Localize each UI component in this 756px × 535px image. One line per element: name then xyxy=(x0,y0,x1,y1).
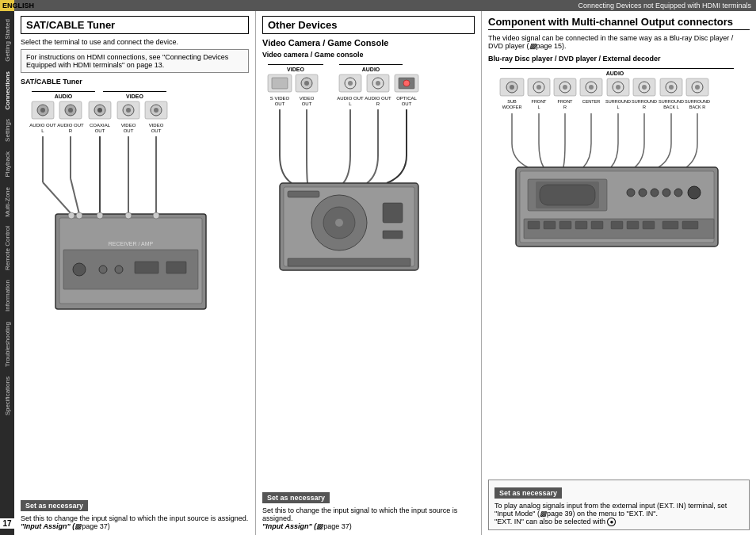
svg-text:WOOFER: WOOFER xyxy=(502,105,522,109)
svg-text:AUDIO OUT: AUDIO OUT xyxy=(29,123,56,128)
svg-text:OPTICAL: OPTICAL xyxy=(396,96,417,101)
svg-point-107 xyxy=(563,85,567,90)
svg-text:RECEIVER / AMP: RECEIVER / AMP xyxy=(109,241,154,246)
sidebar-item-specifications[interactable]: Specifications xyxy=(3,372,12,420)
svg-point-6 xyxy=(40,108,45,113)
sidebar-nav: Getting Started Connections Settings Pla… xyxy=(0,14,14,420)
svg-text:COAXIAL: COAXIAL xyxy=(90,123,111,128)
svg-point-112 xyxy=(589,85,594,90)
component-diagram-label: Blu-ray Disc player / DVD player / Exter… xyxy=(488,55,750,63)
sat-info-text: For instructions on HDMI connections, se… xyxy=(26,53,228,69)
svg-text:SUB: SUB xyxy=(507,99,517,104)
svg-rect-159 xyxy=(611,221,623,229)
svg-text:S VIDEO: S VIDEO xyxy=(269,96,289,101)
svg-text:AUDIO: AUDIO xyxy=(361,67,380,72)
svg-text:BACK R: BACK R xyxy=(689,105,706,109)
col-sat-cable: SAT/CABLE Tuner Select the terminal to u… xyxy=(14,11,256,535)
svg-text:FRONT: FRONT xyxy=(558,99,574,104)
svg-point-76 xyxy=(403,80,410,86)
svg-text:OUT: OUT xyxy=(151,128,162,133)
svg-text:VIDEO: VIDEO xyxy=(299,96,314,101)
svg-text:VIDEO: VIDEO xyxy=(149,123,164,128)
svg-point-102 xyxy=(536,85,541,90)
svg-point-131 xyxy=(695,85,700,90)
other-devices-title: Other Devices xyxy=(262,16,475,34)
svg-point-43 xyxy=(115,266,123,273)
svg-rect-90 xyxy=(383,203,403,223)
mid-set-necessary: Set as necessary Set this to change the … xyxy=(262,489,475,530)
sidebar-item-information[interactable]: Information xyxy=(3,275,12,316)
svg-point-41 xyxy=(73,263,86,276)
sidebar-item-remote[interactable]: Remote Control xyxy=(3,221,12,275)
svg-line-30 xyxy=(43,182,71,214)
sat-diagram-area: AUDIO VIDEO AUDIO OUT L AUDIO OUT R xyxy=(21,87,249,494)
svg-text:AUDIO OUT: AUDIO OUT xyxy=(365,96,391,101)
svg-point-50 xyxy=(153,212,159,219)
mid-set-label: Set as necessary xyxy=(262,492,330,503)
svg-point-147 xyxy=(627,189,635,197)
svg-rect-162 xyxy=(662,221,678,229)
svg-text:R: R xyxy=(563,105,567,109)
svg-point-116 xyxy=(616,85,620,90)
component-note: The video signal can be connected in the… xyxy=(488,34,750,50)
svg-text:BACK L: BACK L xyxy=(663,105,679,109)
svg-point-47 xyxy=(76,212,82,219)
svg-text:R: R xyxy=(376,101,380,106)
component-diagram: AUDIO SUB WOOFER FRONT L xyxy=(488,64,750,476)
svg-text:VIDEO: VIDEO xyxy=(121,123,136,128)
sidebar-item-getting-started[interactable]: Getting Started xyxy=(3,14,12,67)
svg-rect-156 xyxy=(559,221,571,229)
vid-cam-diagram-label: Video camera / Game console xyxy=(262,51,475,59)
svg-text:OUT: OUT xyxy=(274,101,284,106)
svg-point-151 xyxy=(674,189,682,197)
sidebar-item-settings[interactable]: Settings xyxy=(3,114,12,147)
svg-text:AUDIO OUT: AUDIO OUT xyxy=(337,96,364,101)
svg-rect-44 xyxy=(135,262,158,273)
svg-text:SURROUND: SURROUND xyxy=(659,99,684,104)
svg-text:R: R xyxy=(69,128,73,133)
svg-point-150 xyxy=(662,189,670,197)
svg-rect-146 xyxy=(540,185,595,205)
svg-rect-158 xyxy=(591,221,603,229)
vid-cam-diagram: VIDEO AUDIO S VIDEO OUT VIDEO OUT xyxy=(262,60,475,486)
svg-rect-155 xyxy=(544,221,556,229)
svg-point-148 xyxy=(639,189,647,197)
sat-diagram-title: SAT/CABLE Tuner xyxy=(21,78,249,86)
svg-text:L: L xyxy=(617,105,619,109)
sidebar: ENGLISH Getting Started Connections Sett… xyxy=(0,0,14,535)
svg-point-46 xyxy=(68,212,74,219)
svg-rect-51 xyxy=(268,64,323,65)
svg-text:AUDIO: AUDIO xyxy=(55,94,73,99)
sat-diagram-svg: AUDIO VIDEO AUDIO OUT L AUDIO OUT R xyxy=(24,87,246,325)
svg-point-49 xyxy=(125,212,132,219)
svg-text:VIDEO: VIDEO xyxy=(287,67,304,72)
svg-text:SURROUND: SURROUND xyxy=(605,99,631,104)
svg-text:R: R xyxy=(643,105,646,109)
svg-rect-0 xyxy=(32,91,95,92)
svg-point-16 xyxy=(97,108,102,113)
sidebar-item-playback[interactable]: Playback xyxy=(3,147,12,182)
sidebar-item-multizone[interactable]: Multi-Zone xyxy=(3,182,12,222)
svg-text:AUDIO OUT: AUDIO OUT xyxy=(57,123,84,128)
sidebar-item-connections[interactable]: Connections xyxy=(3,67,12,114)
sat-set-necessary: Set as necessary Set this to change the … xyxy=(21,497,249,530)
sat-set-label: Set as necessary xyxy=(21,500,88,511)
svg-text:OUT: OUT xyxy=(124,128,134,133)
svg-rect-154 xyxy=(528,221,540,229)
svg-point-11 xyxy=(68,108,73,113)
sidebar-item-troubleshooting[interactable]: Troubleshooting xyxy=(3,317,12,372)
svg-point-42 xyxy=(99,266,107,273)
svg-point-61 xyxy=(304,81,309,86)
svg-rect-157 xyxy=(575,221,587,229)
svg-point-88 xyxy=(335,219,343,227)
svg-text:L: L xyxy=(349,101,352,106)
svg-text:FRONT: FRONT xyxy=(532,99,548,104)
svg-rect-53 xyxy=(339,64,403,65)
svg-rect-89 xyxy=(288,191,319,197)
svg-line-32 xyxy=(71,178,79,214)
sat-set-text: Set this to change the input signal to w… xyxy=(21,514,249,530)
svg-text:CENTER: CENTER xyxy=(582,99,601,104)
svg-text:AUDIO: AUDIO xyxy=(606,71,624,76)
svg-rect-161 xyxy=(643,221,655,229)
lang-label: ENGLISH xyxy=(0,0,14,11)
